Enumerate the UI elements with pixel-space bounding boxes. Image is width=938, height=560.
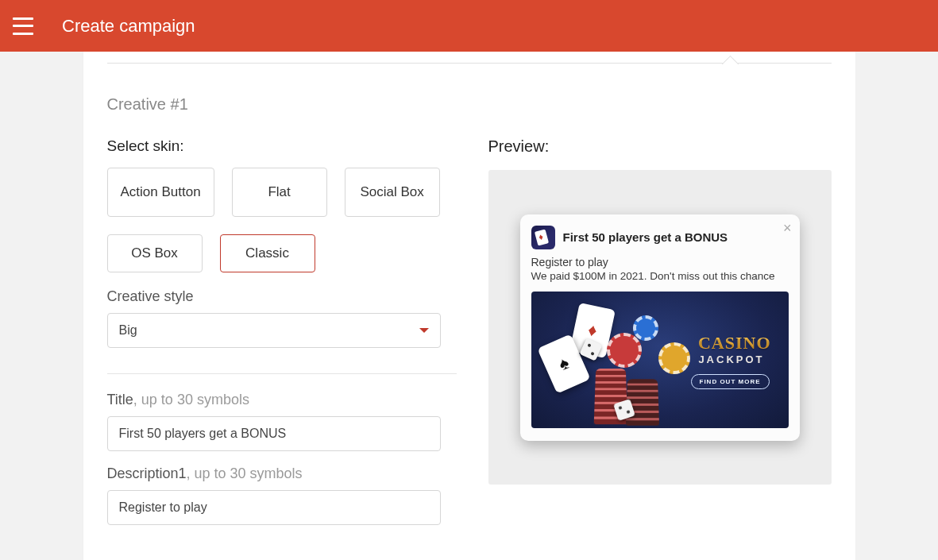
preview-label: Preview:	[488, 137, 832, 156]
top-bar: Create campaign	[0, 0, 938, 52]
preview-banner: ♦ ♠ CASINO JACKPOT FIND OUT MORE	[531, 292, 789, 428]
description1-field-label: Description1, up to 30 symbols	[107, 465, 457, 482]
banner-subtitle: JACKPOT	[698, 353, 764, 365]
field-divider	[107, 373, 457, 374]
creative-card: Creative #1 Select skin: Action Button F…	[83, 52, 855, 560]
skin-options: Action Button Flat Social Box OS Box Cla…	[107, 168, 457, 272]
preview-notification: × First 50 players get a BONUS Register …	[520, 214, 800, 441]
creative-style-value: Big	[119, 323, 137, 338]
preview-notif-desc2: We paid $100M in 2021. Don't miss out th…	[531, 270, 789, 282]
preview-notif-desc1: Register to play	[531, 256, 789, 268]
banner-title: CASINO	[698, 333, 771, 353]
page-title: Create campaign	[62, 16, 195, 37]
banner-cta-button[interactable]: FIND OUT MORE	[691, 374, 770, 389]
close-icon[interactable]: ×	[783, 221, 792, 235]
chevron-down-icon	[419, 328, 429, 333]
description1-input[interactable]: Register to play	[107, 490, 441, 525]
app-icon	[531, 226, 555, 249]
chip-icon	[607, 333, 642, 368]
select-skin-label: Select skin:	[107, 137, 457, 155]
hamburger-menu-icon[interactable]	[13, 17, 33, 35]
preview-notif-title: First 50 players get a BONUS	[563, 230, 728, 244]
skin-option-social-box[interactable]: Social Box	[345, 168, 440, 217]
skin-option-os-box[interactable]: OS Box	[107, 234, 203, 272]
creative-style-label: Creative style	[107, 288, 457, 305]
skin-option-classic[interactable]: Classic	[220, 234, 315, 272]
creative-heading: Creative #1	[107, 95, 832, 114]
chip-icon	[658, 342, 690, 374]
preview-area: × First 50 players get a BONUS Register …	[488, 170, 832, 485]
skin-option-flat[interactable]: Flat	[232, 168, 327, 217]
title-input-value: First 50 players get a BONUS	[119, 427, 287, 441]
title-input[interactable]: First 50 players get a BONUS	[107, 416, 441, 451]
section-divider	[107, 63, 832, 64]
description1-input-value: Register to play	[119, 500, 207, 515]
skin-option-action-button[interactable]: Action Button	[107, 168, 214, 217]
title-field-label: Title, up to 30 symbols	[107, 392, 457, 408]
creative-style-select[interactable]: Big	[107, 313, 441, 348]
chip-icon	[633, 315, 658, 341]
